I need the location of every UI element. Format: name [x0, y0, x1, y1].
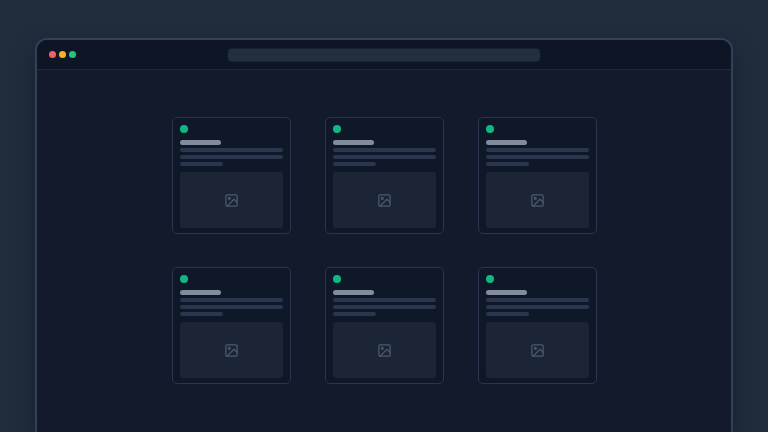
- skeleton-text-line: [333, 298, 436, 302]
- image-icon: [530, 193, 545, 208]
- status-dot: [486, 275, 494, 283]
- status-dot: [486, 125, 494, 133]
- skeleton-title-bar: [333, 140, 374, 145]
- close-button[interactable]: [49, 51, 56, 58]
- skeleton-title-bar: [180, 140, 221, 145]
- skeleton-text-line-short: [180, 162, 223, 166]
- skeleton-title-bar: [486, 140, 527, 145]
- image-icon: [224, 193, 239, 208]
- skeleton-text-line: [486, 298, 589, 302]
- skeleton-text-line-short: [333, 162, 376, 166]
- skeleton-text-line-short: [486, 162, 529, 166]
- skeleton-text-line-short: [486, 312, 529, 316]
- window-titlebar: [37, 40, 731, 70]
- skeleton-text-line: [333, 305, 436, 309]
- maximize-button[interactable]: [69, 51, 76, 58]
- skeleton-title-bar: [180, 290, 221, 295]
- card[interactable]: [172, 267, 291, 384]
- skeleton-title-bar: [486, 290, 527, 295]
- skeleton-text-line: [180, 155, 283, 159]
- skeleton-text-line: [486, 148, 589, 152]
- image-placeholder: [486, 172, 589, 228]
- skeleton-text-line: [333, 148, 436, 152]
- image-placeholder: [180, 172, 283, 228]
- skeleton-text-line: [486, 305, 589, 309]
- card-grid: [172, 117, 597, 384]
- card[interactable]: [325, 117, 444, 234]
- image-placeholder: [180, 322, 283, 378]
- page-content: [37, 70, 731, 384]
- card[interactable]: [478, 267, 597, 384]
- status-dot: [180, 275, 188, 283]
- card[interactable]: [325, 267, 444, 384]
- status-dot: [333, 125, 341, 133]
- image-placeholder: [486, 322, 589, 378]
- browser-window: [35, 38, 733, 432]
- image-icon: [530, 343, 545, 358]
- card[interactable]: [478, 117, 597, 234]
- skeleton-text-line: [180, 148, 283, 152]
- skeleton-text-line: [333, 155, 436, 159]
- status-dot: [333, 275, 341, 283]
- skeleton-text-line-short: [180, 312, 223, 316]
- skeleton-text-line: [486, 155, 589, 159]
- card[interactable]: [172, 117, 291, 234]
- address-bar[interactable]: [228, 48, 540, 61]
- desktop-background: [0, 0, 768, 432]
- skeleton-text-line-short: [333, 312, 376, 316]
- image-icon: [224, 343, 239, 358]
- image-icon: [377, 193, 392, 208]
- skeleton-title-bar: [333, 290, 374, 295]
- traffic-lights: [49, 51, 76, 58]
- status-dot: [180, 125, 188, 133]
- image-placeholder: [333, 322, 436, 378]
- image-placeholder: [333, 172, 436, 228]
- skeleton-text-line: [180, 298, 283, 302]
- minimize-button[interactable]: [59, 51, 66, 58]
- image-icon: [377, 343, 392, 358]
- skeleton-text-line: [180, 305, 283, 309]
